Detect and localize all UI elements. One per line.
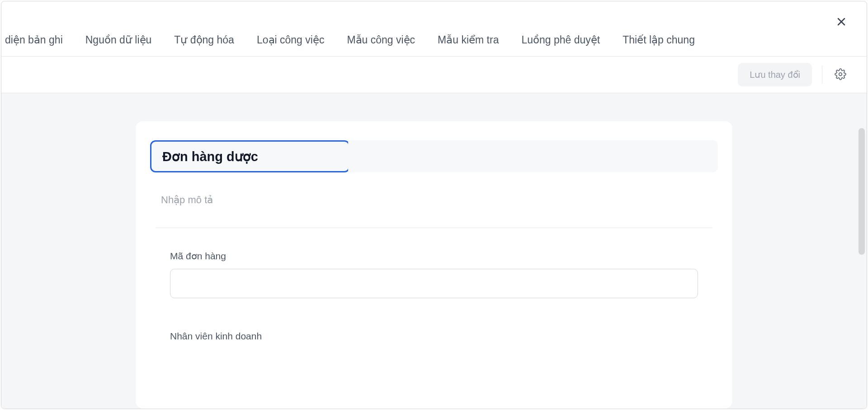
gear-icon — [835, 68, 846, 81]
tab-task-template[interactable]: Mẫu công việc — [347, 34, 415, 46]
close-icon — [836, 16, 847, 29]
tab-approval-flow[interactable]: Luồng phê duyệt — [521, 34, 600, 46]
title-extension — [348, 140, 718, 172]
svg-point-2 — [839, 72, 842, 76]
content-area: Mã đơn hàng Nhân viên kinh doanh — [1, 93, 867, 409]
tab-automation[interactable]: Tự động hóa — [174, 34, 234, 46]
tab-data-source[interactable]: Nguồn dữ liệu — [85, 34, 152, 46]
form-field-order-code: Mã đơn hàng — [150, 251, 718, 298]
form-card: Mã đơn hàng Nhân viên kinh doanh — [136, 121, 732, 409]
toolbar-row: Lưu thay đổi — [1, 57, 867, 93]
form-divider — [156, 228, 712, 228]
title-input[interactable] — [151, 142, 349, 171]
tab-record-interface[interactable]: diện bản ghi — [5, 34, 63, 46]
toolbar-divider — [822, 66, 822, 84]
description-input[interactable] — [150, 191, 718, 228]
modal-container: diện bản ghi Nguồn dữ liệu Tự động hóa L… — [1, 1, 867, 409]
tab-task-type[interactable]: Loại công việc — [257, 34, 324, 46]
order-code-input[interactable] — [170, 269, 698, 298]
settings-button[interactable] — [832, 67, 849, 83]
field-label-order-code: Mã đơn hàng — [170, 251, 698, 262]
form-field-sales-staff: Nhân viên kinh doanh — [150, 331, 718, 342]
tabs-row: diện bản ghi Nguồn dữ liệu Tự động hóa L… — [1, 34, 867, 57]
save-button[interactable]: Lưu thay đổi — [738, 63, 812, 86]
tab-check-template[interactable]: Mẫu kiểm tra — [438, 34, 499, 46]
title-row — [150, 140, 718, 172]
tab-general-settings[interactable]: Thiết lập chung — [623, 34, 695, 46]
scrollbar-track[interactable] — [859, 128, 865, 273]
modal-header — [1, 1, 867, 34]
field-label-sales-staff: Nhân viên kinh doanh — [170, 331, 698, 342]
close-button[interactable] — [834, 15, 849, 29]
scrollbar-thumb[interactable] — [859, 128, 865, 255]
title-input-wrapper — [150, 140, 350, 172]
